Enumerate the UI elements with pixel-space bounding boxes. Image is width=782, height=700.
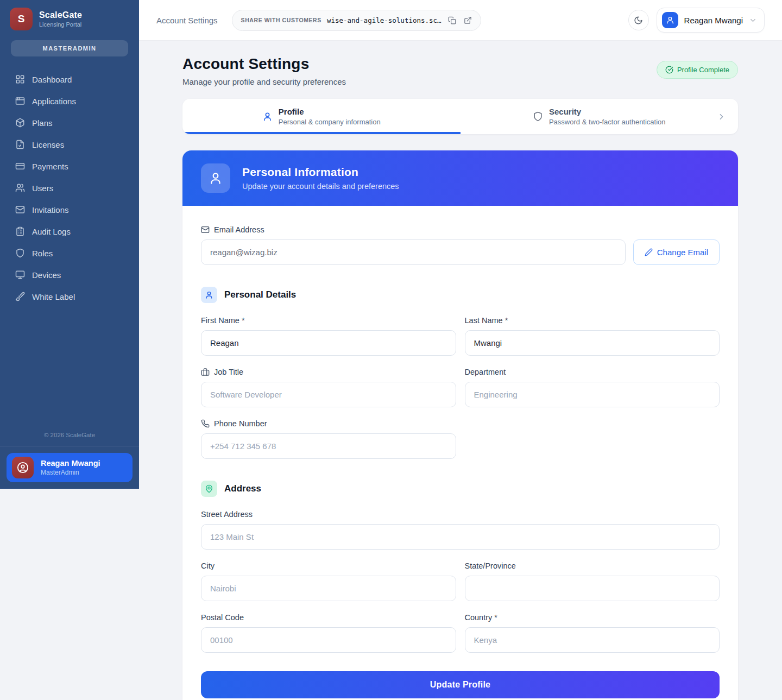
first-name-group: First Name *	[201, 316, 456, 356]
sidebar-user-role: MasterAdmin	[41, 469, 100, 476]
tab-security[interactable]: Security Password & two-factor authentic…	[461, 107, 739, 126]
shield-icon	[533, 111, 543, 122]
paintbrush-icon	[15, 292, 25, 301]
email-label-text: Email Address	[214, 225, 264, 234]
check-circle-icon	[665, 66, 673, 74]
brand: S ScaleGate Licensing Portal	[0, 0, 139, 37]
department-label: Department	[465, 368, 720, 376]
job-title-group: Job Title	[201, 368, 456, 407]
sidebar-item-white-label[interactable]: White Label	[9, 286, 130, 307]
email-field[interactable]	[201, 239, 626, 265]
email-label: Email Address	[201, 225, 720, 234]
clipboard-icon	[15, 226, 25, 236]
phone-field[interactable]	[201, 433, 456, 459]
last-name-label: Last Name *	[465, 316, 720, 325]
last-name-field[interactable]	[465, 330, 720, 356]
sidebar-item-applications[interactable]: Applications	[9, 90, 130, 112]
personal-information-card: Personal Information Update your account…	[182, 150, 738, 700]
sidebar-user-card[interactable]: Reagan Mwangi MasterAdmin	[7, 453, 133, 482]
briefcase-icon	[201, 368, 210, 376]
user-icon	[205, 291, 213, 299]
state-label: State/Province	[465, 562, 720, 570]
chevron-right-icon[interactable]	[717, 112, 726, 121]
external-link-icon	[464, 16, 472, 24]
page-header: Account Settings Manage your profile and…	[182, 55, 738, 86]
page-subtitle: Manage your profile and security prefere…	[182, 77, 346, 86]
card-subtitle: Update your account details and preferen…	[242, 182, 399, 191]
state-field[interactable]	[465, 576, 720, 601]
change-email-button[interactable]: Change Email	[633, 239, 720, 265]
sidebar-item-roles[interactable]: Roles	[9, 242, 130, 264]
brand-text: ScaleGate Licensing Portal	[39, 10, 82, 28]
tab-profile[interactable]: Profile Personal & company information	[182, 107, 461, 126]
postal-code-field[interactable]	[201, 627, 456, 653]
page: S ScaleGate Licensing Portal MASTERADMIN…	[0, 0, 782, 700]
address-section-header: Address	[201, 481, 720, 497]
tab-security-text: Security Password & two-factor authentic…	[549, 107, 666, 126]
sidebar-nav: Dashboard Applications Plans Licenses Pa…	[0, 64, 139, 312]
topbar-right: Reagan Mwangi	[628, 8, 765, 33]
first-name-field[interactable]	[201, 330, 456, 356]
state-group: State/Province	[465, 562, 720, 601]
country-field[interactable]	[465, 627, 720, 653]
tab-security-description: Password & two-factor authentication	[549, 118, 666, 126]
user-menu[interactable]: Reagan Mwangi	[657, 8, 765, 33]
tab-profile-label: Profile	[279, 107, 381, 116]
sidebar-item-label: Devices	[32, 270, 61, 280]
sidebar-item-audit-logs[interactable]: Audit Logs	[9, 220, 130, 242]
settings-tabs: Profile Personal & company information S…	[182, 99, 738, 134]
brand-name: ScaleGate	[39, 10, 82, 20]
sidebar-user-section: Reagan Mwangi MasterAdmin	[0, 446, 139, 489]
share-url: wise-and-agile-solutions.sc…	[327, 16, 442, 24]
profile-form: Email Address Change Email Persona	[182, 206, 738, 700]
user-icon	[209, 171, 223, 185]
phone-label-text: Phone Number	[214, 419, 267, 428]
sidebar-item-invitations[interactable]: Invitations	[9, 199, 130, 220]
job-title-label-text: Job Title	[214, 368, 243, 376]
sidebar-item-dashboard[interactable]: Dashboard	[9, 68, 130, 90]
sidebar-item-devices[interactable]: Devices	[9, 264, 130, 286]
share-label: SHARE WITH CUSTOMERS	[241, 17, 321, 23]
monitor-icon	[15, 270, 25, 280]
card-header-text: Personal Information Update your account…	[242, 166, 399, 191]
department-field[interactable]	[465, 382, 720, 407]
dark-mode-toggle[interactable]	[628, 10, 649, 30]
dashboard-icon	[15, 74, 25, 84]
copy-icon	[448, 16, 456, 24]
sidebar-item-payments[interactable]: Payments	[9, 155, 130, 177]
city-field[interactable]	[201, 576, 456, 601]
postal-group: Postal Code	[201, 613, 456, 653]
sidebar-copyright: © 2026 ScaleGate	[0, 432, 139, 446]
sidebar-user-name: Reagan Mwangi	[41, 459, 100, 468]
credit-card-icon	[15, 161, 25, 171]
change-email-label: Change Email	[657, 248, 708, 257]
tab-profile-text: Profile Personal & company information	[279, 107, 381, 126]
sidebar-item-users[interactable]: Users	[9, 177, 130, 199]
sidebar-item-plans[interactable]: Plans	[9, 112, 130, 134]
job-title-field[interactable]	[201, 382, 456, 407]
sidebar-item-label: Invitations	[32, 205, 69, 215]
content: Account Settings Manage your profile and…	[139, 41, 782, 700]
status-badge: Profile Complete	[657, 61, 738, 79]
email-row: Change Email	[201, 239, 720, 265]
postal-label: Postal Code	[201, 613, 456, 622]
brand-tagline: Licensing Portal	[39, 21, 82, 28]
page-header-text: Account Settings Manage your profile and…	[182, 55, 346, 86]
update-profile-button[interactable]: Update Profile	[201, 671, 720, 698]
main-area: Account Settings SHARE WITH CUSTOMERS wi…	[139, 0, 782, 700]
name-grid: First Name * Last Name * Job Title	[201, 316, 720, 407]
circle-user-icon	[17, 462, 29, 474]
address-grid: City State/Province Postal Code Cou	[201, 562, 720, 653]
topbar: Account Settings SHARE WITH CUSTOMERS wi…	[139, 0, 782, 41]
copy-button[interactable]	[447, 15, 457, 26]
user-menu-name: Reagan Mwangi	[684, 16, 743, 25]
sidebar-item-label: Dashboard	[32, 75, 72, 84]
job-title-label: Job Title	[201, 368, 456, 376]
last-name-group: Last Name *	[465, 316, 720, 356]
sidebar-item-licenses[interactable]: Licenses	[9, 134, 130, 155]
street-address-field[interactable]	[201, 524, 720, 550]
shield-icon	[15, 248, 25, 258]
open-link-button[interactable]	[463, 15, 473, 26]
tab-profile-description: Personal & company information	[279, 118, 381, 126]
user-icon	[262, 111, 273, 122]
